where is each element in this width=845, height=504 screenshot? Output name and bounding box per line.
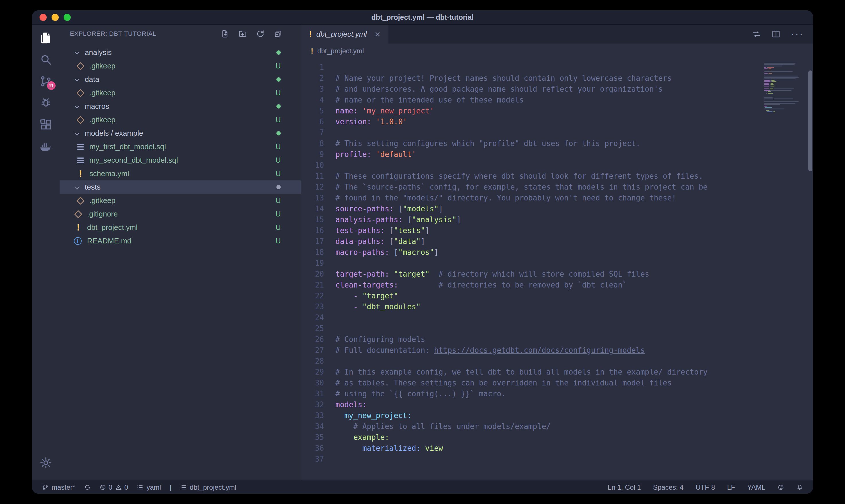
- code-line[interactable]: macro-paths: ["macros"]: [336, 247, 813, 258]
- minimap-line: [764, 63, 807, 64]
- docker-whale-icon: [39, 140, 52, 153]
- code-line[interactable]: target-path: "target" # directory which …: [336, 269, 813, 280]
- code-line[interactable]: # using the `{{ config(...) }}` macro.: [336, 388, 813, 399]
- code-line[interactable]: # Name your project! Project names shoul…: [336, 73, 813, 84]
- new-file-icon[interactable]: [220, 30, 229, 38]
- code-line[interactable]: name: 'my_new_project': [336, 105, 813, 116]
- docker-activity-button[interactable]: [37, 138, 55, 156]
- code-line[interactable]: [336, 356, 813, 366]
- code-line[interactable]: # Full documentation: https://docs.getdb…: [336, 345, 813, 356]
- tree-folder-tests[interactable]: tests: [59, 180, 301, 194]
- code-line[interactable]: profile: 'default': [336, 149, 813, 160]
- code-line[interactable]: [336, 127, 813, 138]
- list-icon: [180, 484, 187, 491]
- git-file-icon: [76, 115, 85, 125]
- minimap-line: [764, 110, 807, 111]
- split-editor-icon[interactable]: [771, 30, 780, 39]
- language-mode-status[interactable]: YAML: [747, 483, 766, 491]
- code-line[interactable]: clean-targets: # directories to be remov…: [336, 280, 813, 290]
- zoom-window-button[interactable]: [64, 14, 71, 21]
- source-control-activity-button[interactable]: 11: [37, 72, 55, 90]
- code-line[interactable]: [336, 323, 813, 334]
- close-tab-icon[interactable]: ×: [375, 30, 380, 39]
- code-line[interactable]: # The `source-paths` config, for example…: [336, 182, 813, 193]
- code-line[interactable]: [336, 312, 813, 323]
- code-line[interactable]: test-paths: ["tests"]: [336, 225, 813, 236]
- eol-status[interactable]: LF: [727, 483, 735, 491]
- tree-file-gitignore[interactable]: .gitignoreU: [59, 207, 301, 221]
- tree-file-schema-yml[interactable]: schema.ymlU: [59, 167, 301, 180]
- collapse-folders-icon[interactable]: [274, 30, 283, 38]
- editor[interactable]: 1234567891011121314151617181920212223242…: [301, 58, 813, 481]
- minimap-line: [764, 73, 807, 74]
- minimap-line: [764, 98, 807, 100]
- tree-folder-models-example[interactable]: models / example: [59, 127, 301, 140]
- new-folder-icon[interactable]: [238, 30, 247, 38]
- code-line[interactable]: analysis-paths: ["analysis"]: [336, 214, 813, 225]
- debug-activity-button[interactable]: [37, 94, 55, 112]
- code-line[interactable]: # These configurations specify where dbt…: [336, 171, 813, 182]
- tree-file-gitkeep[interactable]: .gitkeepU: [59, 86, 301, 100]
- tree-file-dbt-project-yml[interactable]: dbt_project.ymlU: [59, 221, 301, 234]
- code-line[interactable]: source-paths: ["models"]: [336, 203, 813, 214]
- problems-status[interactable]: 0 0: [100, 483, 128, 491]
- refresh-icon[interactable]: [256, 30, 265, 38]
- more-actions-icon[interactable]: [791, 28, 804, 40]
- tree-file-my-first-dbt-model-sql[interactable]: my_first_dbt_model.sqlU: [59, 140, 301, 154]
- tree-item-label: my_second_dbt_model.sql: [89, 156, 178, 165]
- code-line[interactable]: example:: [336, 432, 813, 443]
- minimize-window-button[interactable]: [52, 14, 59, 21]
- minimap-line: [764, 103, 807, 104]
- code-line[interactable]: my_new_project:: [336, 410, 813, 421]
- code-line[interactable]: # found in the "models/" directory. You …: [336, 193, 813, 203]
- tree-file-gitkeep[interactable]: .gitkeepU: [59, 59, 301, 73]
- extensions-activity-button[interactable]: [37, 116, 55, 134]
- tree-file-gitkeep[interactable]: .gitkeepU: [59, 194, 301, 207]
- dbt-project-status[interactable]: dbt_project.yml: [180, 483, 236, 491]
- code-line[interactable]: # as tables. These settings can be overr…: [336, 377, 813, 388]
- encoding-status[interactable]: UTF-8: [696, 483, 715, 491]
- code-line[interactable]: materialized: view: [336, 443, 813, 454]
- code-line[interactable]: # In this example config, we tell dbt to…: [336, 366, 813, 377]
- code-line[interactable]: # This setting configures which "profile…: [336, 138, 813, 149]
- tab-dbt-project-yml[interactable]: dbt_project.yml ×: [301, 25, 389, 43]
- code-line[interactable]: - "dbt_modules": [336, 301, 813, 312]
- code-line[interactable]: [336, 62, 813, 73]
- notifications-bell-icon[interactable]: [796, 484, 803, 491]
- code-line[interactable]: # Configuring models: [336, 334, 813, 345]
- close-window-button[interactable]: [39, 14, 47, 21]
- code-line[interactable]: [336, 160, 813, 171]
- git-branch-status[interactable]: master*: [42, 483, 75, 491]
- code-line[interactable]: - "target": [336, 290, 813, 301]
- code-line[interactable]: # Applies to all files under models/exam…: [336, 421, 813, 432]
- code-line[interactable]: [336, 258, 813, 269]
- explorer-activity-button[interactable]: [37, 29, 55, 47]
- code-line[interactable]: # and underscores. A good package name s…: [336, 84, 813, 94]
- tree-file-my-second-dbt-model-sql[interactable]: my_second_dbt_model.sqlU: [59, 154, 301, 167]
- tree-file-gitkeep[interactable]: .gitkeepU: [59, 113, 301, 127]
- tree-file-readme-md[interactable]: README.mdU: [59, 234, 301, 248]
- search-activity-button[interactable]: [37, 50, 55, 69]
- tree-folder-macros[interactable]: macros: [59, 100, 301, 113]
- branch-icon: [42, 484, 49, 491]
- open-changes-icon[interactable]: [752, 30, 761, 39]
- line-number: 24: [301, 312, 324, 323]
- code-line[interactable]: data-paths: ["data"]: [336, 236, 813, 247]
- breadcrumb[interactable]: dbt_project.yml: [301, 43, 813, 58]
- cursor-position-status[interactable]: Ln 1, Col 1: [608, 483, 641, 491]
- settings-activity-button[interactable]: [37, 454, 55, 472]
- sync-changes-button[interactable]: [84, 484, 91, 491]
- line-number: 30: [301, 377, 324, 388]
- tree-folder-analysis[interactable]: analysis: [59, 46, 301, 59]
- minimap[interactable]: [764, 61, 807, 114]
- code-line[interactable]: [336, 454, 813, 465]
- feedback-smiley-icon[interactable]: [777, 484, 784, 491]
- code-line[interactable]: # name or the intended use of these mode…: [336, 94, 813, 105]
- scrollbar-thumb[interactable]: [808, 70, 812, 171]
- code-line[interactable]: version: '1.0.0': [336, 116, 813, 127]
- activity-bar: 11: [32, 25, 59, 481]
- code-line[interactable]: models:: [336, 399, 813, 410]
- tree-folder-data[interactable]: data: [59, 73, 301, 86]
- indentation-status[interactable]: Spaces: 4: [653, 483, 684, 491]
- yaml-language-status[interactable]: yaml: [137, 483, 161, 491]
